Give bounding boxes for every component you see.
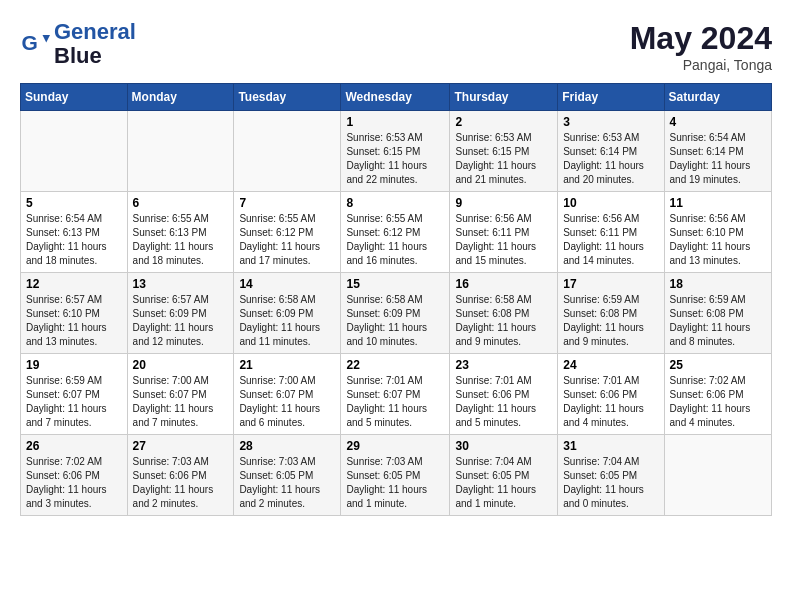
table-row: 4 Sunrise: 6:54 AMSunset: 6:14 PMDayligh… <box>664 111 771 192</box>
table-row: 3 Sunrise: 6:53 AMSunset: 6:14 PMDayligh… <box>558 111 664 192</box>
day-number: 1 <box>346 115 444 129</box>
header-tuesday: Tuesday <box>234 84 341 111</box>
day-number: 26 <box>26 439 122 453</box>
day-info: Sunrise: 6:58 AMSunset: 6:09 PMDaylight:… <box>346 293 444 349</box>
table-row: 15 Sunrise: 6:58 AMSunset: 6:09 PMDaylig… <box>341 273 450 354</box>
header-saturday: Saturday <box>664 84 771 111</box>
logo-text: General Blue <box>54 20 136 68</box>
day-info: Sunrise: 7:04 AMSunset: 6:05 PMDaylight:… <box>563 455 658 511</box>
week-row-1: 1 Sunrise: 6:53 AMSunset: 6:15 PMDayligh… <box>21 111 772 192</box>
day-number: 17 <box>563 277 658 291</box>
day-number: 5 <box>26 196 122 210</box>
header-friday: Friday <box>558 84 664 111</box>
day-info: Sunrise: 7:00 AMSunset: 6:07 PMDaylight:… <box>239 374 335 430</box>
day-info: Sunrise: 6:56 AMSunset: 6:11 PMDaylight:… <box>563 212 658 268</box>
logo: G General Blue <box>20 20 136 68</box>
table-row: 13 Sunrise: 6:57 AMSunset: 6:09 PMDaylig… <box>127 273 234 354</box>
table-row: 27 Sunrise: 7:03 AMSunset: 6:06 PMDaylig… <box>127 435 234 516</box>
day-info: Sunrise: 7:03 AMSunset: 6:05 PMDaylight:… <box>239 455 335 511</box>
header-sunday: Sunday <box>21 84 128 111</box>
day-info: Sunrise: 6:55 AMSunset: 6:12 PMDaylight:… <box>346 212 444 268</box>
table-row: 6 Sunrise: 6:55 AMSunset: 6:13 PMDayligh… <box>127 192 234 273</box>
day-number: 21 <box>239 358 335 372</box>
day-number: 13 <box>133 277 229 291</box>
day-number: 15 <box>346 277 444 291</box>
week-row-3: 12 Sunrise: 6:57 AMSunset: 6:10 PMDaylig… <box>21 273 772 354</box>
day-number: 9 <box>455 196 552 210</box>
month-year-title: May 2024 <box>630 20 772 57</box>
day-number: 28 <box>239 439 335 453</box>
day-info: Sunrise: 6:55 AMSunset: 6:13 PMDaylight:… <box>133 212 229 268</box>
header-thursday: Thursday <box>450 84 558 111</box>
table-row: 9 Sunrise: 6:56 AMSunset: 6:11 PMDayligh… <box>450 192 558 273</box>
day-number: 18 <box>670 277 766 291</box>
table-row: 5 Sunrise: 6:54 AMSunset: 6:13 PMDayligh… <box>21 192 128 273</box>
table-row: 22 Sunrise: 7:01 AMSunset: 6:07 PMDaylig… <box>341 354 450 435</box>
table-row: 20 Sunrise: 7:00 AMSunset: 6:07 PMDaylig… <box>127 354 234 435</box>
header-wednesday: Wednesday <box>341 84 450 111</box>
day-number: 25 <box>670 358 766 372</box>
day-info: Sunrise: 6:58 AMSunset: 6:08 PMDaylight:… <box>455 293 552 349</box>
day-number: 14 <box>239 277 335 291</box>
table-row: 28 Sunrise: 7:03 AMSunset: 6:05 PMDaylig… <box>234 435 341 516</box>
table-row <box>127 111 234 192</box>
day-number: 22 <box>346 358 444 372</box>
logo-icon: G <box>20 29 50 59</box>
svg-text:G: G <box>22 31 38 54</box>
table-row: 29 Sunrise: 7:03 AMSunset: 6:05 PMDaylig… <box>341 435 450 516</box>
table-row: 8 Sunrise: 6:55 AMSunset: 6:12 PMDayligh… <box>341 192 450 273</box>
title-block: May 2024 Pangai, Tonga <box>630 20 772 73</box>
table-row: 31 Sunrise: 7:04 AMSunset: 6:05 PMDaylig… <box>558 435 664 516</box>
day-info: Sunrise: 6:55 AMSunset: 6:12 PMDaylight:… <box>239 212 335 268</box>
page-header: G General Blue May 2024 Pangai, Tonga <box>20 20 772 73</box>
table-row: 16 Sunrise: 6:58 AMSunset: 6:08 PMDaylig… <box>450 273 558 354</box>
day-number: 16 <box>455 277 552 291</box>
table-row: 14 Sunrise: 6:58 AMSunset: 6:09 PMDaylig… <box>234 273 341 354</box>
week-row-2: 5 Sunrise: 6:54 AMSunset: 6:13 PMDayligh… <box>21 192 772 273</box>
day-number: 20 <box>133 358 229 372</box>
day-info: Sunrise: 7:03 AMSunset: 6:05 PMDaylight:… <box>346 455 444 511</box>
table-row: 7 Sunrise: 6:55 AMSunset: 6:12 PMDayligh… <box>234 192 341 273</box>
svg-marker-1 <box>43 35 51 43</box>
day-number: 24 <box>563 358 658 372</box>
day-info: Sunrise: 7:04 AMSunset: 6:05 PMDaylight:… <box>455 455 552 511</box>
table-row: 2 Sunrise: 6:53 AMSunset: 6:15 PMDayligh… <box>450 111 558 192</box>
day-info: Sunrise: 7:02 AMSunset: 6:06 PMDaylight:… <box>670 374 766 430</box>
day-info: Sunrise: 6:53 AMSunset: 6:15 PMDaylight:… <box>455 131 552 187</box>
day-info: Sunrise: 6:57 AMSunset: 6:09 PMDaylight:… <box>133 293 229 349</box>
day-info: Sunrise: 6:53 AMSunset: 6:14 PMDaylight:… <box>563 131 658 187</box>
table-row: 18 Sunrise: 6:59 AMSunset: 6:08 PMDaylig… <box>664 273 771 354</box>
day-number: 3 <box>563 115 658 129</box>
day-info: Sunrise: 7:01 AMSunset: 6:06 PMDaylight:… <box>563 374 658 430</box>
table-row: 25 Sunrise: 7:02 AMSunset: 6:06 PMDaylig… <box>664 354 771 435</box>
day-info: Sunrise: 7:01 AMSunset: 6:07 PMDaylight:… <box>346 374 444 430</box>
location-subtitle: Pangai, Tonga <box>630 57 772 73</box>
table-row: 19 Sunrise: 6:59 AMSunset: 6:07 PMDaylig… <box>21 354 128 435</box>
day-info: Sunrise: 7:00 AMSunset: 6:07 PMDaylight:… <box>133 374 229 430</box>
table-row: 17 Sunrise: 6:59 AMSunset: 6:08 PMDaylig… <box>558 273 664 354</box>
day-number: 8 <box>346 196 444 210</box>
table-row: 10 Sunrise: 6:56 AMSunset: 6:11 PMDaylig… <box>558 192 664 273</box>
day-number: 7 <box>239 196 335 210</box>
day-info: Sunrise: 6:58 AMSunset: 6:09 PMDaylight:… <box>239 293 335 349</box>
table-row: 12 Sunrise: 6:57 AMSunset: 6:10 PMDaylig… <box>21 273 128 354</box>
day-number: 23 <box>455 358 552 372</box>
day-headers-row: Sunday Monday Tuesday Wednesday Thursday… <box>21 84 772 111</box>
table-row <box>234 111 341 192</box>
table-row <box>21 111 128 192</box>
day-number: 6 <box>133 196 229 210</box>
day-info: Sunrise: 6:53 AMSunset: 6:15 PMDaylight:… <box>346 131 444 187</box>
day-number: 11 <box>670 196 766 210</box>
table-row: 24 Sunrise: 7:01 AMSunset: 6:06 PMDaylig… <box>558 354 664 435</box>
week-row-4: 19 Sunrise: 6:59 AMSunset: 6:07 PMDaylig… <box>21 354 772 435</box>
day-info: Sunrise: 6:57 AMSunset: 6:10 PMDaylight:… <box>26 293 122 349</box>
day-number: 4 <box>670 115 766 129</box>
day-info: Sunrise: 6:59 AMSunset: 6:07 PMDaylight:… <box>26 374 122 430</box>
day-info: Sunrise: 6:54 AMSunset: 6:13 PMDaylight:… <box>26 212 122 268</box>
table-row: 23 Sunrise: 7:01 AMSunset: 6:06 PMDaylig… <box>450 354 558 435</box>
day-info: Sunrise: 6:59 AMSunset: 6:08 PMDaylight:… <box>563 293 658 349</box>
calendar-table: Sunday Monday Tuesday Wednesday Thursday… <box>20 83 772 516</box>
day-info: Sunrise: 7:02 AMSunset: 6:06 PMDaylight:… <box>26 455 122 511</box>
day-info: Sunrise: 6:56 AMSunset: 6:10 PMDaylight:… <box>670 212 766 268</box>
day-info: Sunrise: 6:54 AMSunset: 6:14 PMDaylight:… <box>670 131 766 187</box>
